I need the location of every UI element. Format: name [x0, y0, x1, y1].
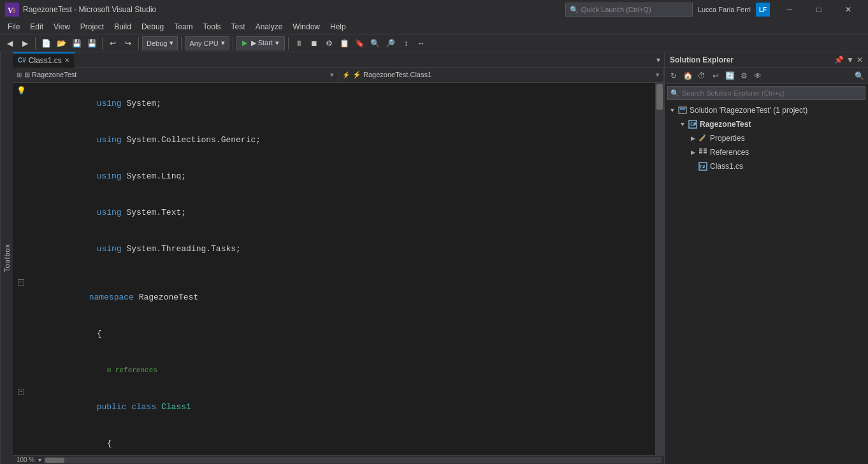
menu-project[interactable]: Project [75, 19, 109, 34]
svg-text:S: S [12, 7, 16, 14]
collapse-namespace-icon[interactable]: − [18, 279, 24, 286]
se-search-input[interactable] [682, 89, 862, 97]
code-line-3: using System.Linq; [13, 158, 655, 194]
debug-config-dropdown[interactable]: Debug ▾ [142, 36, 178, 50]
quick-launch-bar[interactable]: 🔍 Quick Launch (Ctrl+Q) [565, 3, 693, 17]
nav-type-dropdown[interactable]: ⊞ ⊞ RagezoneTest ▾ [13, 68, 338, 83]
toolbar-separator-5 [233, 37, 233, 50]
menu-view[interactable]: View [48, 19, 75, 34]
menu-analyze[interactable]: Analyze [250, 19, 288, 34]
se-arrow-btn[interactable]: ▼ [846, 55, 854, 64]
menu-tools[interactable]: Tools [198, 19, 226, 34]
toolbar-btn-14[interactable]: ↕ [399, 36, 413, 50]
toolbar-btn-7[interactable]: ⏸ [292, 36, 306, 50]
menu-file[interactable]: File [3, 19, 25, 34]
toolbar-open-btn[interactable]: 📂 [54, 36, 68, 50]
se-close-btn[interactable]: ✕ [857, 55, 863, 64]
tab-filename: Class1.cs [29, 56, 62, 65]
menu-window[interactable]: Window [287, 19, 325, 34]
toolbar-btn-12[interactable]: 🔍 [368, 36, 382, 50]
toolbar-separator-4 [181, 37, 182, 50]
tree-item-class1cs[interactable]: C# Class1.cs [665, 159, 868, 173]
code-content-11: { [27, 425, 653, 455]
tree-item-solution[interactable]: Solution 'RagezoneTest' (1 project) [665, 103, 868, 117]
toolbar-back-btn[interactable]: ◀ [3, 36, 17, 50]
toolbar-btn-15[interactable]: ↔ [414, 36, 428, 50]
toolbar-saveall-btn[interactable]: 💾 [85, 36, 99, 50]
tree-arrow-references[interactable] [688, 147, 698, 157]
restore-button[interactable]: □ [804, 0, 834, 19]
code-content-9: 0 references [27, 352, 653, 389]
svg-rect-4 [680, 108, 685, 110]
tab-close-icon[interactable]: ✕ [64, 57, 69, 64]
se-filter-btn[interactable]: ⏱ [695, 69, 708, 82]
toolbar-new-btn[interactable]: 📄 [39, 36, 53, 50]
platform-arrow-icon: ▾ [221, 39, 225, 47]
zoom-level: 100 % [13, 456, 38, 463]
se-settings-btn[interactable]: ⚙ [737, 69, 750, 82]
platform-dropdown[interactable]: Any CPU ▾ [185, 36, 229, 50]
toolbar-btn-11[interactable]: 🔖 [353, 36, 367, 50]
minimize-button[interactable]: ─ [775, 0, 804, 19]
se-refresh-btn[interactable]: ↻ [667, 69, 680, 82]
collapse-class-icon[interactable]: − [18, 389, 24, 395]
toolbar-btn-10[interactable]: 📋 [338, 36, 352, 50]
toolbar-btn-9[interactable]: ⚙ [322, 36, 336, 50]
tree-arrow-project[interactable] [677, 119, 688, 129]
nav-member-icon: ⚡ [342, 71, 350, 78]
menu-edit[interactable]: Edit [25, 19, 48, 34]
menu-test[interactable]: Test [226, 19, 250, 34]
run-button[interactable]: ▶ ▶ Start ▾ [236, 36, 285, 50]
editor-area: C# Class1.cs ✕ ▾ ⊞ ⊞ RagezoneTest ▾ ⚡ ⚡ … [13, 52, 664, 464]
class1cs-icon: C# [698, 161, 708, 171]
code-editor[interactable]: 💡 using System; using System.Collections… [13, 83, 655, 455]
tree-item-references[interactable]: References [665, 145, 868, 159]
nav-member-dropdown[interactable]: ⚡ ⚡ RagezoneTest.Class1 ▾ [338, 68, 664, 83]
svg-rect-11 [704, 150, 707, 152]
references-icon [698, 147, 708, 159]
se-preview-btn[interactable]: 👁 [751, 69, 764, 82]
se-home-btn[interactable]: 🏠 [681, 69, 694, 82]
toolbar-btn-13[interactable]: 🔎 [384, 36, 398, 50]
menu-debug[interactable]: Debug [136, 19, 169, 34]
tree-arrow-properties[interactable] [688, 133, 698, 143]
se-refresh2-btn[interactable]: 🔄 [723, 69, 736, 82]
toolbar-save-btn[interactable]: 💾 [69, 36, 83, 50]
tree-item-properties[interactable]: Properties [665, 131, 868, 145]
close-button[interactable]: ✕ [834, 0, 863, 19]
editor-tab-class1cs[interactable]: C# Class1.cs ✕ [13, 52, 75, 68]
horizontal-scrollbar[interactable] [44, 457, 662, 463]
user-name: Lucca Faria Ferri [698, 6, 751, 13]
tree-arrow-solution[interactable] [667, 105, 677, 115]
editor-vertical-scrollbar[interactable] [655, 83, 664, 455]
se-collapse-btn[interactable]: ↩ [709, 69, 722, 82]
toolbar-forward-btn[interactable]: ▶ [18, 36, 32, 50]
menu-team[interactable]: Team [169, 19, 198, 34]
code-content-8: { [27, 315, 653, 352]
tree-label-project: RagezoneTest [700, 120, 751, 129]
se-search-btn[interactable]: 🔍 [853, 69, 865, 82]
menu-help[interactable]: Help [325, 19, 351, 34]
toolbar-undo-btn[interactable]: ↩ [106, 36, 120, 50]
lightbulb-icon: 💡 [17, 85, 26, 98]
menu-bar: File Edit View Project Build Debug Team … [0, 19, 868, 34]
scrollbar-thumb [656, 84, 663, 110]
toolbox-tab[interactable]: Toolbox [0, 52, 13, 464]
title-text: RagezoneTest - Microsoft Visual Studio [23, 5, 565, 14]
svg-text:C#: C# [690, 122, 697, 127]
editor-nav-bar: ⊞ ⊞ RagezoneTest ▾ ⚡ ⚡ RagezoneTest.Clas… [13, 68, 664, 83]
toolbar-redo-btn[interactable]: ↪ [121, 36, 135, 50]
tree-item-project[interactable]: C# RagezoneTest [665, 117, 868, 131]
zoom-dropdown-btn[interactable]: ▾ [38, 456, 41, 463]
line-indicator-7: − [15, 279, 27, 286]
se-search-box[interactable]: 🔍 [667, 86, 865, 100]
editor-bottom-bar: 100 % ▾ [13, 455, 664, 464]
line-indicator-1: 💡 [15, 85, 27, 98]
code-content-1: using System; [27, 85, 653, 122]
tab-scroll-right[interactable]: ▾ [653, 55, 664, 64]
se-pin-btn[interactable]: 📌 [834, 55, 844, 64]
toolbar-btn-8[interactable]: ⏹ [307, 36, 321, 50]
user-avatar: LF [756, 3, 770, 17]
nav-member-arrow-icon: ▾ [656, 71, 660, 79]
menu-build[interactable]: Build [109, 19, 136, 34]
